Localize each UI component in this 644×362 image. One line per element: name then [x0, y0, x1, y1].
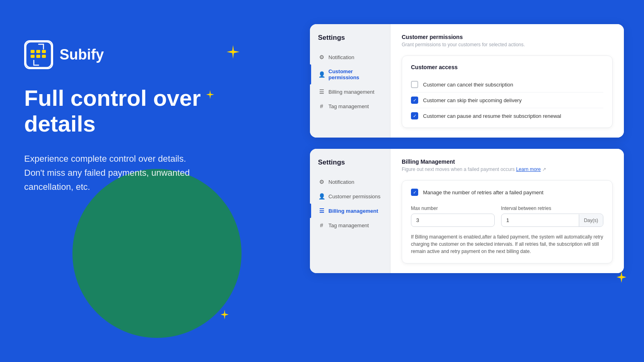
- sidebar-item-notification-label: Notification: [328, 54, 354, 60]
- sidebar-title-1: Settings: [310, 34, 390, 50]
- checkbox-pause[interactable]: ✓: [411, 112, 418, 119]
- sidebar-item-notification-2[interactable]: ⚙ Notification: [310, 175, 390, 189]
- billing-inner-card: ✓ Manage the number of retries after a f…: [402, 180, 613, 263]
- sidebar-billing-2-label: Billing management: [328, 208, 378, 214]
- hero-headline: Full control over details: [24, 85, 250, 137]
- sidebar-item-tag-2[interactable]: # Tag management: [310, 218, 390, 232]
- max-number-input[interactable]: [411, 214, 494, 226]
- sparkle-decoration-4: [219, 309, 230, 322]
- billing-icon: ☰: [318, 88, 325, 95]
- sidebar-item-customer-permissions-2[interactable]: 👤 Customer permissions: [310, 189, 390, 204]
- right-panel: Settings ⚙ Notification 👤 Customer permi…: [310, 24, 624, 273]
- permission-row-skip: ✓ Customer can skip their upcoming deliv…: [411, 93, 603, 108]
- sidebar-customer-permissions-2-label: Customer permissions: [328, 193, 380, 200]
- svg-rect-4: [31, 55, 35, 58]
- permission-skip-label: Customer can skip their upcoming deliver…: [423, 97, 522, 103]
- learn-more-link[interactable]: Learn more: [516, 167, 541, 172]
- permission-pause-label: Customer can pause and resume their subs…: [423, 113, 561, 119]
- checkbox-cancel[interactable]: [411, 81, 418, 88]
- sidebar-item-tag-1[interactable]: # Tag management: [310, 99, 390, 113]
- sidebar-item-tag-label: Tag management: [328, 103, 369, 109]
- external-icon: ↗: [542, 167, 546, 172]
- billing-icon-2: ☰: [318, 208, 325, 214]
- brand-name: Subify: [60, 46, 104, 63]
- sidebar-item-customer-permissions-label: Customer permissions: [328, 68, 382, 80]
- checkbox-manage-retries[interactable]: ✓: [411, 189, 418, 196]
- svg-rect-2: [36, 50, 40, 53]
- svg-rect-3: [42, 50, 46, 53]
- tag-icon-2: #: [318, 222, 325, 228]
- billing-title: Billing Management: [402, 158, 613, 165]
- max-number-label: Max number: [411, 206, 495, 211]
- billing-subtitle: Figure out next moves when a failed paym…: [402, 167, 613, 172]
- manage-retries-label: Manage the number of retries after a fai…: [423, 189, 543, 195]
- interval-input-wrapper: Day(s): [501, 214, 603, 227]
- sidebar-title-2: Settings: [310, 158, 390, 175]
- gear-icon-2: ⚙: [318, 179, 325, 185]
- sidebar-item-billing-1[interactable]: ☰ Billing management: [310, 84, 390, 99]
- billing-form-row: Max number Interval between retries Day(…: [411, 206, 603, 227]
- interval-input[interactable]: [502, 214, 579, 226]
- tag-icon: #: [318, 103, 325, 109]
- sidebar-item-customer-permissions-1[interactable]: 👤 Customer permissions: [310, 64, 390, 84]
- customer-permissions-card: Settings ⚙ Notification 👤 Customer permi…: [310, 24, 624, 138]
- content-title-1: Customer permissions: [402, 34, 613, 40]
- billing-management-card: Settings ⚙ Notification 👤 Customer permi…: [310, 149, 624, 273]
- customer-access-title: Customer access: [411, 64, 603, 70]
- svg-rect-6: [42, 55, 46, 58]
- sidebar-notification-2-label: Notification: [328, 179, 354, 185]
- manage-retries-row: ✓ Manage the number of retries after a f…: [411, 189, 603, 201]
- customer-access-card: Customer access Customer can cancel thei…: [402, 56, 613, 128]
- checkbox-skip[interactable]: ✓: [411, 97, 418, 104]
- billing-info-text: If Billing management is enabled,after a…: [411, 233, 603, 255]
- logo-area: Subify: [24, 40, 250, 69]
- customer-permissions-content: Customer permissions Grant permissions t…: [390, 24, 624, 138]
- interval-suffix: Day(s): [579, 214, 603, 226]
- user-icon: 👤: [318, 71, 325, 78]
- bg-decoration-circle: [72, 169, 242, 338]
- permission-row-cancel: Customer can cancel their subscription: [411, 77, 603, 93]
- svg-rect-5: [36, 55, 40, 58]
- max-number-group: Max number: [411, 206, 495, 227]
- sidebar-item-billing-label: Billing management: [328, 89, 374, 95]
- logo-icon: [24, 40, 53, 69]
- settings-sidebar-2: Settings ⚙ Notification 👤 Customer permi…: [310, 149, 390, 273]
- sidebar-item-billing-2[interactable]: ☰ Billing management: [310, 204, 390, 218]
- permission-row-pause: ✓ Customer can pause and resume their su…: [411, 108, 603, 119]
- user-icon-2: 👤: [318, 193, 325, 200]
- interval-group: Interval between retries Day(s): [501, 206, 603, 227]
- billing-subtitle-text: Figure out next moves when a failed paym…: [402, 167, 515, 172]
- sidebar-tag-2-label: Tag management: [328, 222, 369, 228]
- settings-sidebar-1: Settings ⚙ Notification 👤 Customer permi…: [310, 24, 390, 138]
- gear-icon: ⚙: [318, 54, 325, 60]
- sidebar-item-notification-1[interactable]: ⚙ Notification: [310, 50, 390, 64]
- interval-label: Interval between retries: [501, 206, 603, 211]
- billing-management-content: Billing Management Figure out next moves…: [390, 149, 624, 273]
- left-panel: Subify Full control over details Experie…: [24, 40, 250, 194]
- permission-cancel-label: Customer can cancel their subscription: [423, 82, 513, 88]
- hero-description: Experience complete control over details…: [24, 152, 250, 194]
- content-subtitle-1: Grant permissions to your customers for …: [402, 42, 613, 47]
- svg-rect-1: [31, 50, 35, 53]
- max-number-input-wrapper: [411, 214, 495, 227]
